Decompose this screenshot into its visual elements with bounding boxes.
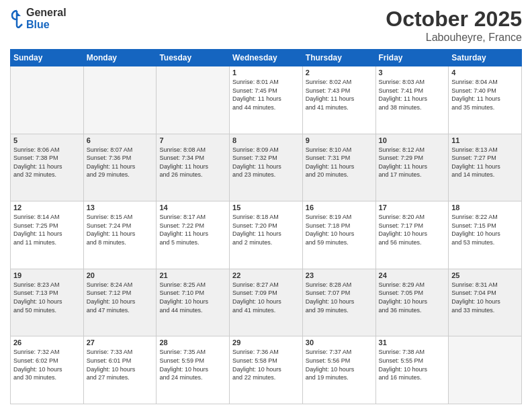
calendar-cell: 30Sunrise: 7:37 AM Sunset: 5:56 PM Dayli… — [302, 336, 375, 404]
calendar-table: SundayMondayTuesdayWednesdayThursdayFrid… — [10, 49, 522, 404]
calendar-cell: 19Sunrise: 8:23 AM Sunset: 7:13 PM Dayli… — [11, 269, 84, 336]
day-number: 3 — [379, 68, 446, 77]
calendar-cell — [449, 336, 522, 404]
calendar-cell: 23Sunrise: 8:28 AM Sunset: 7:07 PM Dayli… — [302, 269, 375, 336]
day-info: Sunrise: 8:28 AM Sunset: 7:07 PM Dayligh… — [306, 281, 373, 314]
calendar-cell: 20Sunrise: 8:24 AM Sunset: 7:12 PM Dayli… — [83, 269, 157, 336]
day-number: 31 — [379, 338, 446, 347]
day-number: 8 — [232, 136, 300, 144]
calendar-cell: 3Sunrise: 8:03 AM Sunset: 7:41 PM Daylig… — [375, 66, 449, 134]
day-info: Sunrise: 8:06 AM Sunset: 7:38 PM Dayligh… — [13, 146, 81, 179]
day-number: 14 — [159, 203, 226, 212]
day-info: Sunrise: 8:24 AM Sunset: 7:12 PM Dayligh… — [87, 281, 154, 314]
calendar-row-2: 12Sunrise: 8:14 AM Sunset: 7:25 PM Dayli… — [11, 201, 522, 269]
calendar-cell: 9Sunrise: 8:10 AM Sunset: 7:31 PM Daylig… — [302, 134, 375, 201]
calendar-header-row: SundayMondayTuesdayWednesdayThursdayFrid… — [11, 50, 522, 66]
day-info: Sunrise: 8:29 AM Sunset: 7:05 PM Dayligh… — [379, 281, 446, 314]
day-number: 27 — [87, 338, 154, 347]
day-info: Sunrise: 8:23 AM Sunset: 7:13 PM Dayligh… — [13, 281, 81, 314]
day-number: 22 — [232, 271, 300, 279]
logo-blue: Blue — [26, 19, 66, 31]
calendar-cell: 26Sunrise: 7:32 AM Sunset: 6:02 PM Dayli… — [11, 336, 84, 404]
calendar-cell — [11, 66, 84, 134]
logo: General Blue — [10, 7, 66, 30]
calendar-cell: 13Sunrise: 8:15 AM Sunset: 7:24 PM Dayli… — [83, 201, 157, 269]
day-number: 18 — [451, 203, 519, 212]
day-info: Sunrise: 8:02 AM Sunset: 7:43 PM Dayligh… — [306, 78, 373, 111]
day-number: 19 — [13, 271, 81, 279]
weekday-header-wednesday: Wednesday — [230, 50, 303, 66]
calendar-cell: 10Sunrise: 8:12 AM Sunset: 7:29 PM Dayli… — [375, 134, 449, 201]
day-info: Sunrise: 8:27 AM Sunset: 7:09 PM Dayligh… — [232, 281, 300, 314]
calendar-cell — [83, 66, 157, 134]
day-number: 7 — [159, 136, 226, 144]
calendar-cell: 1Sunrise: 8:01 AM Sunset: 7:45 PM Daylig… — [230, 66, 303, 134]
calendar-cell — [157, 66, 230, 134]
day-info: Sunrise: 8:20 AM Sunset: 7:17 PM Dayligh… — [379, 213, 446, 246]
weekday-header-monday: Monday — [83, 50, 157, 66]
logo-icon — [10, 9, 24, 28]
day-number: 4 — [451, 68, 519, 77]
calendar-cell: 18Sunrise: 8:22 AM Sunset: 7:15 PM Dayli… — [449, 201, 522, 269]
day-info: Sunrise: 8:25 AM Sunset: 7:10 PM Dayligh… — [159, 281, 226, 314]
day-info: Sunrise: 8:18 AM Sunset: 7:20 PM Dayligh… — [232, 213, 300, 246]
calendar-cell: 12Sunrise: 8:14 AM Sunset: 7:25 PM Dayli… — [11, 201, 84, 269]
day-number: 24 — [379, 271, 446, 279]
day-info: Sunrise: 7:33 AM Sunset: 6:01 PM Dayligh… — [87, 348, 154, 381]
day-number: 11 — [451, 136, 519, 144]
calendar-cell: 29Sunrise: 7:36 AM Sunset: 5:58 PM Dayli… — [230, 336, 303, 404]
day-number: 5 — [13, 136, 81, 144]
day-info: Sunrise: 8:10 AM Sunset: 7:31 PM Dayligh… — [306, 146, 373, 179]
day-number: 29 — [232, 338, 300, 347]
calendar-cell: 8Sunrise: 8:09 AM Sunset: 7:32 PM Daylig… — [230, 134, 303, 201]
calendar-cell: 17Sunrise: 8:20 AM Sunset: 7:17 PM Dayli… — [375, 201, 449, 269]
calendar-cell: 24Sunrise: 8:29 AM Sunset: 7:05 PM Dayli… — [375, 269, 449, 336]
day-number: 20 — [87, 271, 154, 279]
calendar-row-4: 26Sunrise: 7:32 AM Sunset: 6:02 PM Dayli… — [11, 336, 522, 404]
calendar-cell: 15Sunrise: 8:18 AM Sunset: 7:20 PM Dayli… — [230, 201, 303, 269]
day-info: Sunrise: 8:14 AM Sunset: 7:25 PM Dayligh… — [13, 213, 81, 246]
svg-marker-0 — [17, 12, 21, 16]
calendar-cell: 2Sunrise: 8:02 AM Sunset: 7:43 PM Daylig… — [302, 66, 375, 134]
location: Labouheyre, France — [386, 32, 522, 44]
day-info: Sunrise: 7:35 AM Sunset: 5:59 PM Dayligh… — [159, 348, 226, 381]
day-info: Sunrise: 8:01 AM Sunset: 7:45 PM Dayligh… — [232, 78, 300, 111]
day-info: Sunrise: 7:36 AM Sunset: 5:58 PM Dayligh… — [232, 348, 300, 381]
day-number: 13 — [87, 203, 154, 212]
weekday-header-thursday: Thursday — [302, 50, 375, 66]
title-block: October 2025 Labouheyre, France — [386, 7, 522, 44]
day-info: Sunrise: 7:38 AM Sunset: 5:55 PM Dayligh… — [379, 348, 446, 381]
calendar-cell: 4Sunrise: 8:04 AM Sunset: 7:40 PM Daylig… — [449, 66, 522, 134]
day-number: 12 — [13, 203, 81, 212]
logo-general: General — [26, 7, 66, 19]
day-info: Sunrise: 8:09 AM Sunset: 7:32 PM Dayligh… — [232, 146, 300, 179]
header: General Blue October 2025 Labouheyre, Fr… — [10, 7, 522, 44]
calendar-cell: 28Sunrise: 7:35 AM Sunset: 5:59 PM Dayli… — [157, 336, 230, 404]
calendar-cell: 7Sunrise: 8:08 AM Sunset: 7:34 PM Daylig… — [157, 134, 230, 201]
calendar-cell: 14Sunrise: 8:17 AM Sunset: 7:22 PM Dayli… — [157, 201, 230, 269]
day-info: Sunrise: 8:15 AM Sunset: 7:24 PM Dayligh… — [87, 213, 154, 246]
calendar-cell: 31Sunrise: 7:38 AM Sunset: 5:55 PM Dayli… — [375, 336, 449, 404]
day-info: Sunrise: 8:17 AM Sunset: 7:22 PM Dayligh… — [159, 213, 226, 246]
month-title: October 2025 — [386, 7, 522, 32]
day-info: Sunrise: 8:08 AM Sunset: 7:34 PM Dayligh… — [159, 146, 226, 179]
day-info: Sunrise: 7:37 AM Sunset: 5:56 PM Dayligh… — [306, 348, 373, 381]
calendar-row-3: 19Sunrise: 8:23 AM Sunset: 7:13 PM Dayli… — [11, 269, 522, 336]
day-info: Sunrise: 8:22 AM Sunset: 7:15 PM Dayligh… — [451, 213, 519, 246]
day-info: Sunrise: 7:32 AM Sunset: 6:02 PM Dayligh… — [13, 348, 81, 381]
calendar-cell: 22Sunrise: 8:27 AM Sunset: 7:09 PM Dayli… — [230, 269, 303, 336]
day-info: Sunrise: 8:04 AM Sunset: 7:40 PM Dayligh… — [451, 78, 519, 111]
day-number: 16 — [306, 203, 373, 212]
page: General Blue October 2025 Labouheyre, Fr… — [0, 0, 532, 411]
day-number: 26 — [13, 338, 81, 347]
day-number: 1 — [232, 68, 300, 77]
day-number: 15 — [232, 203, 300, 212]
calendar-cell: 16Sunrise: 8:19 AM Sunset: 7:18 PM Dayli… — [302, 201, 375, 269]
calendar-cell: 11Sunrise: 8:13 AM Sunset: 7:27 PM Dayli… — [449, 134, 522, 201]
day-info: Sunrise: 8:03 AM Sunset: 7:41 PM Dayligh… — [379, 78, 446, 111]
calendar-cell: 5Sunrise: 8:06 AM Sunset: 7:38 PM Daylig… — [11, 134, 84, 201]
day-info: Sunrise: 8:12 AM Sunset: 7:29 PM Dayligh… — [379, 146, 446, 179]
weekday-header-tuesday: Tuesday — [157, 50, 230, 66]
day-number: 2 — [306, 68, 373, 77]
calendar-row-0: 1Sunrise: 8:01 AM Sunset: 7:45 PM Daylig… — [11, 66, 522, 134]
